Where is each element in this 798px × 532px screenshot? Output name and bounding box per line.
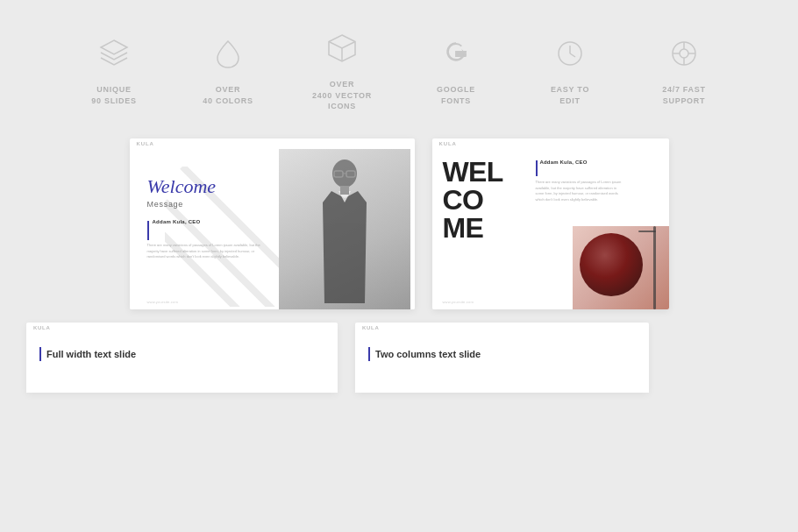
features-section: UNIQUE 90 SLIDES OVER 40 COLORS OVER 240… <box>0 0 798 130</box>
slide2-brand: KULA <box>439 141 457 146</box>
feature-edit: EASY TO EDIT <box>513 32 627 106</box>
slide1-url: www.yoursite.com <box>147 300 178 304</box>
slide1-welcome-title: Welcome <box>147 175 217 198</box>
feature-support: 24/7 FAST SUPPORT <box>627 32 741 106</box>
bottom-slide1-accent-line <box>39 347 41 361</box>
bottom-slide1-title-row: Full width text slide <box>39 347 324 361</box>
slide2-brand-bar: KULA <box>432 138 669 149</box>
welcome-big-slide-card: KULA WEL CO ME Addam Kula, CEO There are… <box>432 138 669 309</box>
svg-line-7 <box>570 53 575 57</box>
slide1-brand: KULA <box>137 141 154 146</box>
bottom-slide-right: KULA Two columns text slide <box>355 323 649 393</box>
bottom-slide2-brand: KULA <box>355 323 649 333</box>
feature-edit-label: EASY TO EDIT <box>551 84 589 106</box>
slide2-ceo-tag: Addam Kula, CEO <box>536 160 588 176</box>
feature-fonts: GOOGLE FONTS <box>399 32 513 106</box>
svg-rect-21 <box>340 186 349 195</box>
slide1-welcome-subtitle: Message <box>147 200 184 209</box>
welcome-slide-card: KULA <box>130 138 415 309</box>
bottom-slide1-inner: Full width text slide <box>26 333 338 393</box>
bottom-slide2-title-row: Two columns text slide <box>368 347 636 361</box>
slide2-url: www.yoursite.com <box>443 300 474 304</box>
feature-colors-label: OVER 40 COLORS <box>203 84 253 106</box>
feature-unique-slides-label: UNIQUE 90 SLIDES <box>91 84 137 106</box>
svg-point-9 <box>680 49 688 58</box>
bottom-slides-section: KULA Full width text slide KULA Two colu… <box>0 323 798 393</box>
feature-unique-slides: UNIQUE 90 SLIDES <box>57 32 171 106</box>
bottom-slide2-title: Two columns text slide <box>375 349 481 359</box>
slide2-ceo-name: Addam Kula, CEO <box>540 160 588 165</box>
slide1-lorem: There are many variations of passages of… <box>147 243 261 260</box>
welcome-slide-inner: Welcome Message Addam Kula, CEO There ar… <box>130 149 415 309</box>
feature-support-label: 24/7 FAST SUPPORT <box>662 84 706 106</box>
layers-icon <box>92 32 136 75</box>
bottom-slide2-inner: Two columns text slide <box>355 333 649 393</box>
slide2-lorem: There are many variations of passages of… <box>536 180 623 203</box>
box-icon <box>320 26 364 70</box>
support-icon <box>662 32 706 75</box>
slide1-ceo-tag: Addam Kula, CEO <box>147 219 201 240</box>
bottom-slide1-brand: KULA <box>26 323 338 333</box>
google-icon <box>434 32 478 75</box>
svg-marker-0 <box>101 40 127 54</box>
feature-colors: OVER 40 COLORS <box>171 32 285 106</box>
feature-fonts-label: GOOGLE FONTS <box>437 84 475 106</box>
clock-icon <box>548 32 592 75</box>
feature-icons-label: OVER 2400 VECTOR ICONS <box>312 79 372 112</box>
feature-icons: OVER 2400 VECTOR ICONS <box>285 26 399 112</box>
slides-preview-section: KULA <box>0 130 798 323</box>
bottom-slide2-accent-line <box>368 347 370 361</box>
slide1-brand-bar: KULA <box>130 138 415 149</box>
right-slide-inner: WEL CO ME Addam Kula, CEO There are many… <box>432 149 669 309</box>
person-photo-area <box>279 149 410 309</box>
slide2-photo-box <box>573 226 669 309</box>
slide2-welcome-text: WEL CO ME <box>443 158 503 242</box>
droplet-icon <box>206 32 250 75</box>
slide1-ceo-name: Addam Kula, CEO <box>153 219 201 224</box>
bottom-slide1-title: Full width text slide <box>46 349 136 359</box>
bottom-slide-left: KULA Full width text slide <box>26 323 338 393</box>
person-figure <box>305 154 384 303</box>
